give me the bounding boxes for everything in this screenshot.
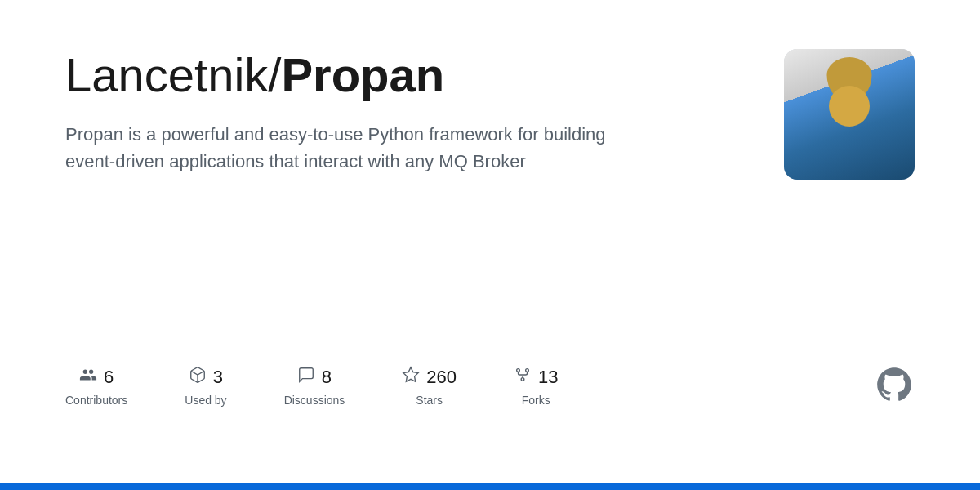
stat-used-by[interactable]: 3 Used by <box>185 366 226 407</box>
star-icon <box>402 366 420 389</box>
stat-used-by-top: 3 <box>189 366 223 389</box>
fork-icon <box>514 366 532 389</box>
package-icon <box>189 366 207 389</box>
avatar <box>784 49 915 180</box>
stat-stars-top: 260 <box>402 366 457 389</box>
github-icon-container[interactable] <box>874 364 915 408</box>
forks-count: 13 <box>538 367 558 388</box>
top-section: Lancetnik/Propan Propan is a powerful an… <box>65 49 915 180</box>
stars-count: 260 <box>426 367 457 388</box>
discussions-count: 8 <box>322 367 332 388</box>
repo-title: Lancetnik/Propan <box>65 49 702 101</box>
bottom-bar <box>0 483 980 490</box>
title-description: Lancetnik/Propan Propan is a powerful an… <box>65 49 702 175</box>
stat-discussions-top: 8 <box>297 366 332 389</box>
stat-discussions[interactable]: 8 Discussions <box>284 366 345 407</box>
avatar-image <box>784 49 915 180</box>
stat-contributors-top: 6 <box>79 366 114 389</box>
repo-owner: Lancetnik/ <box>65 48 281 101</box>
forks-label: Forks <box>522 394 550 407</box>
repo-name: Propan <box>281 48 444 101</box>
discussion-icon <box>297 366 315 389</box>
contributors-count: 6 <box>104 367 114 388</box>
repo-description: Propan is a powerful and easy-to-use Pyt… <box>65 121 621 175</box>
people-icon <box>79 366 97 389</box>
used-by-count: 3 <box>213 367 223 388</box>
discussions-label: Discussions <box>284 394 345 407</box>
github-icon <box>874 364 915 405</box>
stats-section: 6 Contributors 3 Used by <box>65 348 915 408</box>
used-by-label: Used by <box>185 394 226 407</box>
stat-forks-top: 13 <box>514 366 558 389</box>
svg-point-2 <box>521 378 524 381</box>
main-container: Lancetnik/Propan Propan is a powerful an… <box>0 0 980 441</box>
stat-stars[interactable]: 260 Stars <box>402 366 457 407</box>
contributors-label: Contributors <box>65 394 127 407</box>
stat-forks[interactable]: 13 Forks <box>514 366 558 407</box>
stat-contributors[interactable]: 6 Contributors <box>65 366 127 407</box>
svg-point-4 <box>526 369 529 372</box>
svg-point-3 <box>517 369 520 372</box>
svg-marker-1 <box>403 368 418 381</box>
stars-label: Stars <box>416 394 443 407</box>
